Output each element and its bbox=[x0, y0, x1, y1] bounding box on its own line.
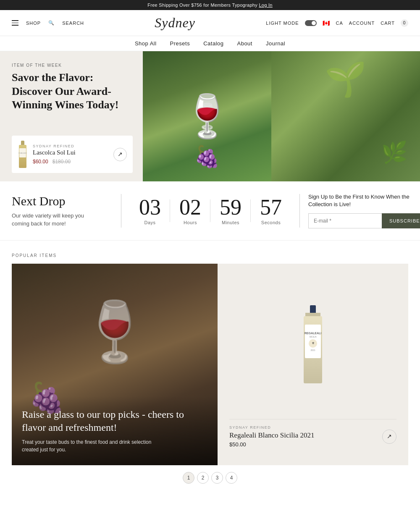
page-button-3[interactable]: 3 bbox=[211, 472, 223, 484]
search-icon: 🔍 bbox=[48, 20, 55, 26]
popular-headline: Raise a glass to our top picks - cheers … bbox=[22, 408, 207, 434]
page-button-2[interactable]: 2 bbox=[197, 472, 209, 484]
seconds-value: 57 bbox=[260, 196, 282, 218]
price-sale: $60.00 bbox=[33, 159, 48, 165]
light-mode-toggle[interactable] bbox=[305, 20, 317, 26]
email-input[interactable] bbox=[308, 213, 382, 228]
subscribe-button[interactable]: SUBSCRIBE bbox=[382, 213, 420, 228]
top-banner: Free Shipping Over $756 for Members Typo… bbox=[0, 0, 420, 10]
popular-section-label: POPULAR ITEMS bbox=[12, 253, 408, 258]
product-arrow-button[interactable]: ↗ bbox=[113, 148, 127, 161]
nav-shop-all[interactable]: Shop All bbox=[135, 40, 157, 47]
pagination: 1 2 3 4 bbox=[12, 472, 408, 492]
seconds-label: Seconds bbox=[260, 220, 282, 225]
cart-label[interactable]: CART bbox=[381, 21, 395, 26]
product-info: SYDNAY REFINED Lascolca Sol Lui $60.00 $… bbox=[33, 144, 108, 165]
popular-grid: 🍷 🍇 Raise a glass to our top picks - che… bbox=[12, 264, 408, 465]
account-label[interactable]: ACCOUNT bbox=[349, 21, 375, 26]
nav-journal[interactable]: Journal bbox=[266, 40, 285, 47]
days-label: Days bbox=[139, 220, 161, 225]
header: SHOP 🔍 SEARCH Sydney LIGHT MODE 🇨🇦 CA AC… bbox=[0, 10, 420, 36]
page-button-4[interactable]: 4 bbox=[226, 472, 237, 484]
minutes-label: Minutes bbox=[220, 220, 242, 225]
popular-product-arrow-button[interactable]: ↗ bbox=[382, 430, 396, 444]
countdown-seconds: 57 Seconds bbox=[251, 196, 291, 225]
country-code[interactable]: CA bbox=[336, 21, 343, 26]
signup-text: Sign Up to Be the First to Know When the… bbox=[308, 193, 420, 208]
wine-glass-icon: 🍷 bbox=[78, 297, 152, 367]
featured-product-card: FARASO SYDNAY REFINED Lascolca Sol Lui $… bbox=[12, 136, 133, 173]
signup-section: Sign Up to Be the First to Know When the… bbox=[308, 193, 420, 228]
popular-product-price: $50.00 bbox=[229, 441, 315, 448]
light-mode-label: LIGHT MODE bbox=[266, 21, 299, 26]
main-nav: Shop All Presets Catalog About Journal bbox=[0, 36, 420, 51]
popular-product-brand: SYDNAY REFINED bbox=[229, 425, 315, 430]
nav-about[interactable]: About bbox=[237, 40, 252, 47]
popular-overlay: Raise a glass to our top picks - cheers … bbox=[12, 396, 218, 465]
product-prices: $60.00 $180.00 bbox=[33, 157, 108, 165]
flag-icon: 🇨🇦 bbox=[323, 20, 330, 26]
search-label[interactable]: SEARCH bbox=[62, 21, 84, 26]
countdown-divider bbox=[121, 194, 121, 228]
countdown-section: Next Drop Our wide variety will keep you… bbox=[0, 181, 420, 241]
nav-presets[interactable]: Presets bbox=[170, 40, 190, 47]
hamburger-icon[interactable] bbox=[12, 20, 18, 26]
signup-form: SUBSCRIBE bbox=[308, 213, 420, 228]
nav-catalog[interactable]: Catalog bbox=[203, 40, 223, 47]
minutes-value: 59 bbox=[220, 196, 242, 218]
item-of-week-label: ITEM OF THE WEEK bbox=[12, 63, 133, 68]
site-logo[interactable]: Sydney bbox=[155, 15, 195, 31]
popular-section: POPULAR ITEMS 🍷 🍇 Raise a glass to our t… bbox=[0, 245, 420, 492]
header-left: SHOP 🔍 SEARCH bbox=[12, 20, 84, 26]
hours-value: 02 bbox=[179, 196, 201, 218]
product-brand: SYDNAY REFINED bbox=[33, 144, 108, 148]
cart-count: 0 bbox=[401, 19, 408, 27]
popular-product-name: Regaleali Blanco Sicilia 2021 bbox=[229, 431, 315, 440]
countdown-left: Next Drop Our wide variety will keep you… bbox=[12, 194, 113, 228]
countdown-days: 03 Days bbox=[130, 196, 170, 225]
hero-title: Savor the Flavor: Discover Our Award-Win… bbox=[12, 71, 133, 112]
countdown-description: Our wide variety will keep you coming ba… bbox=[12, 212, 96, 228]
popular-promo-image: 🍷 🍇 Raise a glass to our top picks - che… bbox=[12, 264, 218, 465]
hours-label: Hours bbox=[179, 220, 201, 225]
banner-typography: Typography bbox=[232, 3, 257, 8]
banner-text: Free Shipping Over $756 for Members bbox=[147, 3, 231, 8]
page-button-1[interactable]: 1 bbox=[183, 472, 194, 484]
product-card-text: SYDNAY REFINED Regaleali Blanco Sicilia … bbox=[229, 425, 315, 448]
hero-right-image: 🌱 🌿 bbox=[271, 51, 420, 181]
popular-product-card: REGALEALI SICILIA ⚜ 2021 SYDNAY REFINED … bbox=[229, 275, 396, 453]
popular-product-area: REGALEALI SICILIA ⚜ 2021 SYDNAY REFINED … bbox=[218, 264, 408, 465]
product-name: Lascolca Sol Lui bbox=[33, 149, 108, 156]
countdown-title: Next Drop bbox=[12, 194, 113, 208]
hero-left: ITEM OF THE WEEK Savor the Flavor: Disco… bbox=[0, 51, 143, 181]
hero-center-image: 🍷 🍇 bbox=[143, 51, 271, 181]
price-original: $180.00 bbox=[52, 159, 71, 165]
days-value: 03 bbox=[139, 196, 161, 218]
popular-subtext: Treat your taste buds to the finest food… bbox=[22, 438, 165, 453]
header-right: LIGHT MODE 🇨🇦 CA ACCOUNT CART 0 bbox=[266, 19, 408, 27]
product-card-info: SYDNAY REFINED Regaleali Blanco Sicilia … bbox=[229, 419, 396, 453]
countdown-hours: 02 Hours bbox=[170, 196, 210, 225]
shop-label[interactable]: SHOP bbox=[26, 21, 41, 26]
banner-login[interactable]: Log In bbox=[259, 3, 272, 8]
hero-section: ITEM OF THE WEEK Savor the Flavor: Disco… bbox=[0, 51, 420, 181]
countdown-minutes: 59 Minutes bbox=[210, 196, 251, 225]
countdown-timer: 03 Days 02 Hours 59 Minutes 57 Seconds bbox=[130, 196, 291, 225]
countdown-divider-2 bbox=[299, 194, 300, 228]
